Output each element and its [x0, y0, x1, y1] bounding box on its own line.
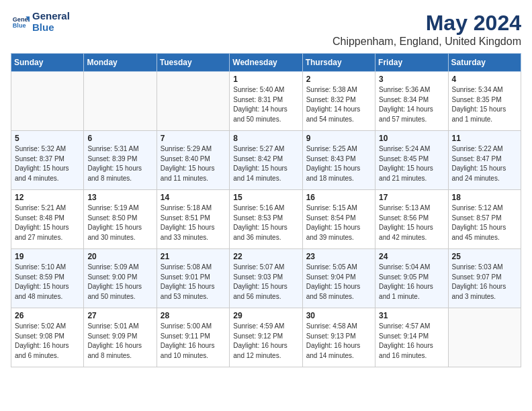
day-number: 16 — [306, 193, 371, 202]
calendar-cell: 5Sunrise: 5:32 AM Sunset: 8:37 PM Daylig… — [11, 131, 84, 190]
day-info: Sunrise: 5:27 AM Sunset: 8:42 PM Dayligh… — [233, 144, 298, 183]
day-info: Sunrise: 5:07 AM Sunset: 9:03 PM Dayligh… — [233, 263, 298, 302]
calendar-cell: 12Sunrise: 5:21 AM Sunset: 8:48 PM Dayli… — [11, 190, 84, 249]
calendar-cell: 15Sunrise: 5:16 AM Sunset: 8:53 PM Dayli… — [230, 190, 302, 249]
svg-text:Blue: Blue — [13, 22, 26, 29]
day-number: 9 — [306, 134, 371, 143]
calendar-cell: 8Sunrise: 5:27 AM Sunset: 8:42 PM Daylig… — [230, 131, 302, 190]
logo-line1: General — [32, 11, 70, 22]
header-monday: Monday — [84, 54, 157, 72]
day-number: 3 — [379, 75, 444, 84]
calendar-cell: 26Sunrise: 5:02 AM Sunset: 9:08 PM Dayli… — [11, 308, 84, 367]
day-info: Sunrise: 5:12 AM Sunset: 8:57 PM Dayligh… — [452, 203, 517, 242]
day-number: 30 — [306, 311, 371, 320]
calendar-cell: 22Sunrise: 5:07 AM Sunset: 9:03 PM Dayli… — [230, 249, 302, 308]
day-number: 24 — [379, 252, 444, 261]
calendar-cell: 14Sunrise: 5:18 AM Sunset: 8:51 PM Dayli… — [157, 190, 229, 249]
day-number: 23 — [306, 252, 371, 261]
calendar-cell: 7Sunrise: 5:29 AM Sunset: 8:40 PM Daylig… — [157, 131, 229, 190]
calendar-cell: 25Sunrise: 5:03 AM Sunset: 9:07 PM Dayli… — [448, 249, 521, 308]
day-info: Sunrise: 5:38 AM Sunset: 8:32 PM Dayligh… — [306, 85, 371, 124]
day-number: 6 — [87, 134, 152, 143]
title-block: May 2024 Chippenham, England, United Kin… — [332, 11, 521, 48]
day-number: 17 — [379, 193, 444, 202]
day-number: 11 — [452, 134, 517, 143]
day-info: Sunrise: 4:57 AM Sunset: 9:14 PM Dayligh… — [379, 322, 444, 361]
day-info: Sunrise: 5:29 AM Sunset: 8:40 PM Dayligh… — [161, 144, 226, 183]
header-friday: Friday — [375, 54, 448, 72]
day-number: 4 — [452, 75, 517, 84]
day-info: Sunrise: 5:01 AM Sunset: 9:09 PM Dayligh… — [87, 322, 152, 361]
day-number: 15 — [233, 193, 298, 202]
header-saturday: Saturday — [448, 54, 521, 72]
day-info: Sunrise: 5:18 AM Sunset: 8:51 PM Dayligh… — [161, 203, 226, 242]
location-title: Chippenham, England, United Kingdom — [332, 36, 521, 48]
calendar-table: SundayMondayTuesdayWednesdayThursdayFrid… — [11, 53, 521, 367]
calendar-cell — [84, 72, 157, 131]
day-number: 28 — [161, 311, 226, 320]
day-info: Sunrise: 5:00 AM Sunset: 9:11 PM Dayligh… — [161, 322, 226, 361]
calendar-cell: 9Sunrise: 5:25 AM Sunset: 8:43 PM Daylig… — [302, 131, 375, 190]
day-info: Sunrise: 5:21 AM Sunset: 8:48 PM Dayligh… — [15, 203, 80, 242]
week-row-5: 26Sunrise: 5:02 AM Sunset: 9:08 PM Dayli… — [11, 308, 521, 367]
month-title: May 2024 — [332, 11, 521, 36]
calendar-cell: 21Sunrise: 5:08 AM Sunset: 9:01 PM Dayli… — [157, 249, 229, 308]
calendar-cell: 29Sunrise: 4:59 AM Sunset: 9:12 PM Dayli… — [230, 308, 302, 367]
day-number: 20 — [87, 252, 152, 261]
day-info: Sunrise: 5:36 AM Sunset: 8:34 PM Dayligh… — [379, 85, 444, 124]
day-info: Sunrise: 5:10 AM Sunset: 8:59 PM Dayligh… — [15, 263, 80, 302]
day-number: 29 — [233, 311, 298, 320]
calendar-cell: 17Sunrise: 5:13 AM Sunset: 8:56 PM Dayli… — [375, 190, 448, 249]
day-info: Sunrise: 5:31 AM Sunset: 8:39 PM Dayligh… — [87, 144, 152, 183]
calendar-cell: 2Sunrise: 5:38 AM Sunset: 8:32 PM Daylig… — [302, 72, 375, 131]
logo: General Blue General Blue — [11, 11, 70, 33]
day-info: Sunrise: 5:15 AM Sunset: 8:54 PM Dayligh… — [306, 203, 371, 242]
day-info: Sunrise: 5:16 AM Sunset: 8:53 PM Dayligh… — [233, 203, 298, 242]
calendar-cell: 30Sunrise: 4:58 AM Sunset: 9:13 PM Dayli… — [302, 308, 375, 367]
calendar-cell — [448, 308, 521, 367]
day-number: 13 — [87, 193, 152, 202]
day-number: 26 — [15, 311, 80, 320]
day-info: Sunrise: 5:13 AM Sunset: 8:56 PM Dayligh… — [379, 203, 444, 242]
logo-line2: Blue — [32, 22, 70, 34]
day-info: Sunrise: 5:24 AM Sunset: 8:45 PM Dayligh… — [379, 144, 444, 183]
day-info: Sunrise: 5:02 AM Sunset: 9:08 PM Dayligh… — [15, 322, 80, 361]
header-tuesday: Tuesday — [157, 54, 229, 72]
day-number: 1 — [233, 75, 298, 84]
day-info: Sunrise: 5:34 AM Sunset: 8:35 PM Dayligh… — [452, 85, 517, 124]
day-info: Sunrise: 5:04 AM Sunset: 9:05 PM Dayligh… — [379, 263, 444, 302]
calendar-cell: 13Sunrise: 5:19 AM Sunset: 8:50 PM Dayli… — [84, 190, 157, 249]
day-number: 18 — [452, 193, 517, 202]
day-info: Sunrise: 4:59 AM Sunset: 9:12 PM Dayligh… — [233, 322, 298, 361]
header-thursday: Thursday — [302, 54, 375, 72]
week-row-3: 12Sunrise: 5:21 AM Sunset: 8:48 PM Dayli… — [11, 190, 521, 249]
calendar-cell: 6Sunrise: 5:31 AM Sunset: 8:39 PM Daylig… — [84, 131, 157, 190]
calendar-cell: 23Sunrise: 5:05 AM Sunset: 9:04 PM Dayli… — [302, 249, 375, 308]
logo-icon: General Blue — [11, 13, 30, 32]
calendar-cell — [157, 72, 229, 131]
day-number: 2 — [306, 75, 371, 84]
calendar-cell: 27Sunrise: 5:01 AM Sunset: 9:09 PM Dayli… — [84, 308, 157, 367]
day-info: Sunrise: 5:32 AM Sunset: 8:37 PM Dayligh… — [15, 144, 80, 183]
day-number: 19 — [15, 252, 80, 261]
day-info: Sunrise: 5:09 AM Sunset: 9:00 PM Dayligh… — [87, 263, 152, 302]
calendar-cell: 3Sunrise: 5:36 AM Sunset: 8:34 PM Daylig… — [375, 72, 448, 131]
calendar-cell: 1Sunrise: 5:40 AM Sunset: 8:31 PM Daylig… — [230, 72, 302, 131]
day-number: 31 — [379, 311, 444, 320]
day-number: 8 — [233, 134, 298, 143]
day-number: 7 — [161, 134, 226, 143]
calendar-cell: 28Sunrise: 5:00 AM Sunset: 9:11 PM Dayli… — [157, 308, 229, 367]
day-info: Sunrise: 5:05 AM Sunset: 9:04 PM Dayligh… — [306, 263, 371, 302]
header-sunday: Sunday — [11, 54, 84, 72]
day-number: 12 — [15, 193, 80, 202]
calendar-cell — [11, 72, 84, 131]
day-info: Sunrise: 5:08 AM Sunset: 9:01 PM Dayligh… — [161, 263, 226, 302]
day-number: 21 — [161, 252, 226, 261]
day-info: Sunrise: 5:25 AM Sunset: 8:43 PM Dayligh… — [306, 144, 371, 183]
calendar-cell: 18Sunrise: 5:12 AM Sunset: 8:57 PM Dayli… — [448, 190, 521, 249]
day-info: Sunrise: 5:22 AM Sunset: 8:47 PM Dayligh… — [452, 144, 517, 183]
calendar-cell: 11Sunrise: 5:22 AM Sunset: 8:47 PM Dayli… — [448, 131, 521, 190]
day-info: Sunrise: 5:19 AM Sunset: 8:50 PM Dayligh… — [87, 203, 152, 242]
week-row-4: 19Sunrise: 5:10 AM Sunset: 8:59 PM Dayli… — [11, 249, 521, 308]
day-number: 14 — [161, 193, 226, 202]
